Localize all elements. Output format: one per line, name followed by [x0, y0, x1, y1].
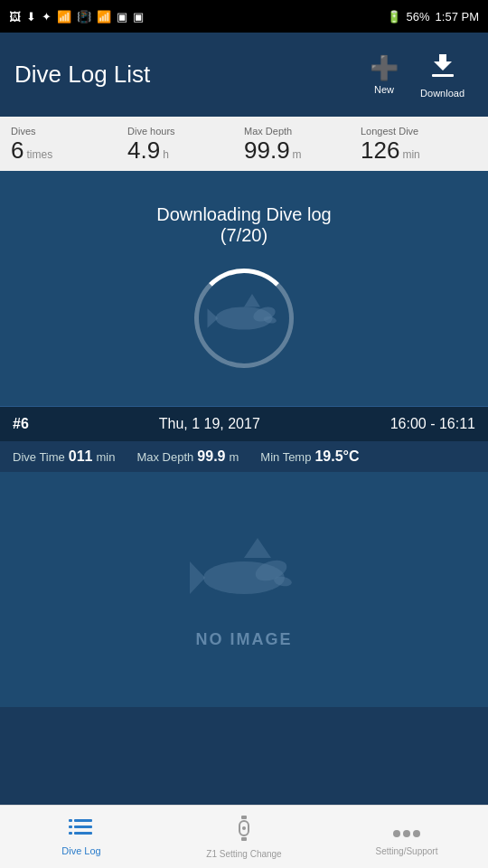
dive-time-unit: min: [97, 450, 116, 464]
downloading-text: Downloading Dive log (7/20): [156, 204, 331, 246]
dive-details: Dive Time 011 min Max Depth 99.9 m Min T…: [0, 441, 488, 472]
max-depth-label: Max Depth: [244, 126, 292, 137]
svg-marker-1: [434, 54, 452, 71]
no-image-label: NO IMAGE: [195, 630, 292, 649]
svg-rect-16: [69, 826, 72, 828]
stat-dives: Dives 6 times: [11, 126, 127, 162]
nav-dive-log[interactable]: Dive Log: [0, 812, 163, 862]
dives-unit: times: [26, 148, 52, 161]
dive-time-value: 011: [69, 448, 93, 465]
download-icon: [428, 51, 457, 86]
dive-entry-header: #6 Thu, 1 19, 2017 16:00 - 16:11: [0, 407, 488, 441]
dolphin-no-image-icon: [185, 531, 303, 621]
min-temp-value: 19.5°C: [314, 448, 359, 465]
svg-rect-14: [74, 832, 92, 835]
svg-rect-15: [69, 819, 72, 822]
dive-hours-value: 4.9: [127, 138, 160, 162]
longest-dive-value: 126: [361, 138, 399, 162]
new-button[interactable]: ➕️ New: [361, 47, 408, 102]
nav-z1-setting[interactable]: Z1 Setting Change: [163, 810, 325, 864]
dive-date: Thu, 1 19, 2017: [159, 416, 260, 432]
stats-bar: Dives 6 times Dive hours 4.9 h Max Depth…: [0, 117, 488, 171]
dive-number: #6: [13, 416, 29, 432]
new-label: New: [374, 84, 394, 95]
page-title: Dive Log List: [14, 61, 361, 89]
dive-hours-label: Dive hours: [127, 126, 175, 137]
dive-time-range: 16:00 - 16:11: [390, 416, 475, 432]
svg-rect-20: [241, 837, 247, 841]
spinner-container: [190, 264, 298, 373]
sim1-icon: ▣: [117, 10, 127, 24]
dive-time-label: Dive Time: [13, 450, 65, 464]
max-depth-entry-label: Max Depth: [136, 450, 193, 464]
status-right: 🔋 56% 1:57 PM: [387, 10, 479, 24]
svg-rect-17: [69, 832, 72, 835]
vibrate-icon: 📳: [77, 10, 91, 24]
svg-point-24: [413, 830, 420, 837]
max-depth-value: 99.9: [244, 138, 290, 162]
settings-status-icon: ✦: [42, 10, 52, 24]
spinner-ring: [194, 269, 294, 368]
svg-rect-13: [74, 826, 92, 828]
wifi-icon: 📶: [97, 10, 111, 24]
bottom-nav: Dive Log Z1 Setting Change Setting/Suppo…: [0, 805, 488, 868]
max-depth-entry-value: 99.9: [197, 448, 225, 465]
svg-rect-12: [74, 819, 92, 822]
min-temp-detail: Min Temp 19.5°C: [260, 448, 359, 465]
svg-point-23: [403, 830, 410, 837]
longest-dive-label: Longest Dive: [361, 126, 418, 137]
stat-dive-hours: Dive hours 4.9 h: [127, 126, 244, 162]
status-left-icons: 🖼 ⬇ ✦ 📶 📳 📶 ▣ ▣: [9, 10, 144, 24]
dive-time-detail: Dive Time 011 min: [13, 448, 115, 465]
svg-rect-0: [432, 74, 454, 77]
longest-dive-unit: min: [402, 148, 419, 161]
status-bar: 🖼 ⬇ ✦ 📶 📳 📶 ▣ ▣ 🔋 56% 1:57 PM: [0, 0, 488, 33]
battery-percent: 56%: [407, 10, 430, 24]
nav-setting-support[interactable]: Setting/Support: [325, 813, 488, 862]
dives-label: Dives: [11, 126, 36, 137]
plus-circle-icon: ➕️: [370, 54, 399, 82]
nav-z1-label: Z1 Setting Change: [206, 849, 281, 859]
downloading-section: Downloading Dive log (7/20): [0, 171, 488, 406]
header: Dive Log List ➕️ New Download: [0, 33, 488, 117]
sim2-icon: ▣: [133, 10, 144, 24]
download-label: Download: [420, 88, 465, 99]
svg-point-21: [242, 826, 246, 830]
list-icon: [69, 817, 94, 843]
stat-max-depth: Max Depth 99.9 m: [244, 126, 361, 162]
download-status-icon: ⬇: [26, 10, 36, 24]
dive-hours-unit: h: [163, 148, 169, 161]
nav-dive-log-label: Dive Log: [61, 845, 100, 856]
nav-setting-support-label: Setting/Support: [376, 846, 438, 856]
max-depth-entry-unit: m: [229, 450, 239, 464]
gallery-icon: 🖼: [9, 10, 21, 24]
stat-longest-dive: Longest Dive 126 min: [361, 126, 477, 162]
dive-entry-6[interactable]: #6 Thu, 1 19, 2017 16:00 - 16:11 Dive Ti…: [0, 406, 488, 472]
svg-point-22: [393, 830, 400, 837]
watch-icon: [233, 816, 255, 846]
header-actions: ➕️ New Download: [361, 43, 474, 106]
dives-value: 6: [11, 138, 23, 162]
bluetooth-icon: 📶: [57, 10, 71, 24]
download-button[interactable]: Download: [411, 43, 474, 106]
min-temp-label: Min Temp: [260, 450, 311, 464]
clock: 1:57 PM: [436, 10, 479, 24]
max-depth-unit: m: [293, 148, 302, 161]
no-image-card: NO IMAGE: [0, 472, 488, 707]
battery-icon: 🔋: [387, 10, 401, 24]
svg-marker-9: [190, 561, 205, 594]
dots-icon: [393, 818, 420, 844]
svg-marker-10: [244, 538, 271, 558]
svg-rect-19: [241, 816, 247, 819]
max-depth-detail: Max Depth 99.9 m: [136, 448, 239, 465]
